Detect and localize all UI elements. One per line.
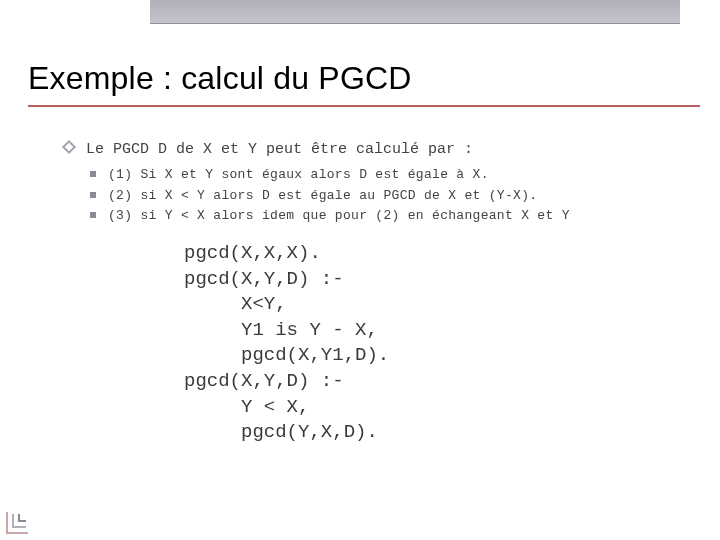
list-item: (3) si Y < X alors idem que pour (2) en … <box>90 207 700 225</box>
code-block: pgcd(X,X,X). pgcd(X,Y,D) :- X<Y, Y1 is Y… <box>184 241 700 446</box>
top-band-inner <box>150 0 680 24</box>
square-bullet-icon <box>90 212 96 218</box>
square-bullet-icon <box>90 171 96 177</box>
slide-title: Exemple : calcul du PGCD <box>28 60 412 97</box>
sub-bullet-text: (1) Si X et Y sont égaux alors D est éga… <box>108 167 489 182</box>
sub-bullet-text: (2) si X < Y alors D est égale au PGCD d… <box>108 188 537 203</box>
bullet-main-text: Le PGCD D de X et Y peut être calculé pa… <box>86 141 473 158</box>
corner-decoration-icon <box>6 492 48 534</box>
top-decorative-band <box>0 0 720 24</box>
list-item: (2) si X < Y alors D est égale au PGCD d… <box>90 187 700 205</box>
list-item: (1) Si X et Y sont égaux alors D est éga… <box>90 166 700 184</box>
title-underline <box>28 105 700 107</box>
diamond-bullet-icon <box>62 140 76 154</box>
slide-content: Le PGCD D de X et Y peut être calculé pa… <box>64 140 700 446</box>
square-bullet-icon <box>90 192 96 198</box>
sub-bullet-list: (1) Si X et Y sont égaux alors D est éga… <box>90 166 700 225</box>
sub-bullet-text: (3) si Y < X alors idem que pour (2) en … <box>108 208 570 223</box>
bullet-main: Le PGCD D de X et Y peut être calculé pa… <box>64 140 700 160</box>
